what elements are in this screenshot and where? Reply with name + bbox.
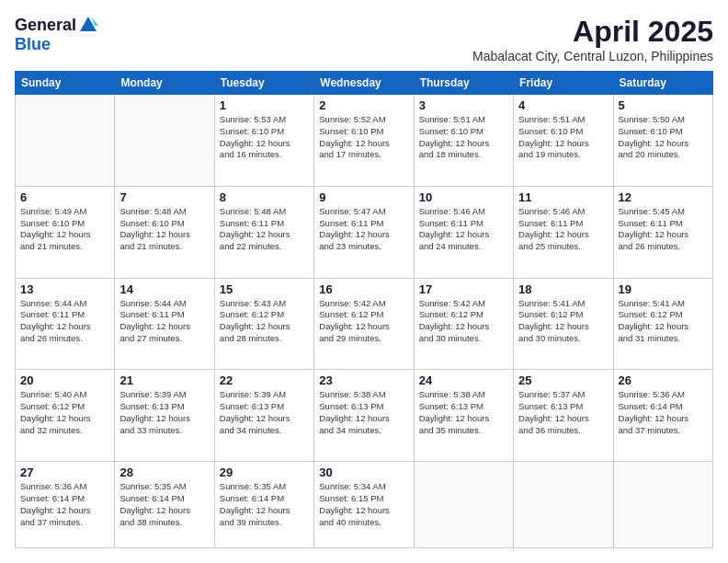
day-info: Sunrise: 5:39 AM Sunset: 6:13 PM Dayligh… bbox=[220, 389, 309, 436]
day-number: 1 bbox=[220, 98, 309, 112]
title-area: April 2025 Mabalacat City, Central Luzon… bbox=[472, 15, 713, 63]
day-info: Sunrise: 5:50 AM Sunset: 6:10 PM Dayligh… bbox=[619, 114, 708, 161]
table-row: 12Sunrise: 5:45 AM Sunset: 6:11 PM Dayli… bbox=[613, 186, 712, 278]
day-info: Sunrise: 5:42 AM Sunset: 6:12 PM Dayligh… bbox=[319, 298, 408, 345]
day-number: 7 bbox=[119, 190, 209, 204]
day-info: Sunrise: 5:51 AM Sunset: 6:10 PM Dayligh… bbox=[419, 114, 508, 161]
day-info: Sunrise: 5:38 AM Sunset: 6:13 PM Dayligh… bbox=[419, 389, 508, 436]
header-thursday: Thursday bbox=[414, 72, 513, 95]
table-row: 25Sunrise: 5:37 AM Sunset: 6:13 PM Dayli… bbox=[514, 370, 613, 462]
page: General Blue April 2025 Mabalacat City, … bbox=[0, 0, 728, 563]
day-info: Sunrise: 5:49 AM Sunset: 6:10 PM Dayligh… bbox=[20, 206, 109, 253]
table-row: 22Sunrise: 5:39 AM Sunset: 6:13 PM Dayli… bbox=[214, 370, 313, 462]
logo: General Blue bbox=[15, 15, 98, 54]
logo-blue-text: Blue bbox=[15, 35, 51, 53]
day-number: 18 bbox=[518, 282, 608, 296]
table-row: 19Sunrise: 5:41 AM Sunset: 6:12 PM Dayli… bbox=[613, 278, 712, 370]
day-number: 30 bbox=[319, 465, 408, 479]
day-number: 25 bbox=[518, 373, 608, 387]
table-row bbox=[16, 95, 115, 187]
header: General Blue April 2025 Mabalacat City, … bbox=[15, 15, 713, 63]
table-row: 23Sunrise: 5:38 AM Sunset: 6:13 PM Dayli… bbox=[314, 370, 414, 462]
day-info: Sunrise: 5:41 AM Sunset: 6:12 PM Dayligh… bbox=[518, 298, 608, 345]
day-info: Sunrise: 5:42 AM Sunset: 6:12 PM Dayligh… bbox=[419, 298, 508, 345]
table-row: 6Sunrise: 5:49 AM Sunset: 6:10 PM Daylig… bbox=[16, 186, 115, 278]
table-row: 8Sunrise: 5:48 AM Sunset: 6:11 PM Daylig… bbox=[214, 186, 313, 278]
logo-general-text: General bbox=[15, 16, 76, 35]
day-info: Sunrise: 5:40 AM Sunset: 6:12 PM Dayligh… bbox=[20, 389, 109, 436]
header-tuesday: Tuesday bbox=[214, 72, 313, 95]
day-info: Sunrise: 5:41 AM Sunset: 6:12 PM Dayligh… bbox=[619, 298, 708, 345]
day-info: Sunrise: 5:46 AM Sunset: 6:11 PM Dayligh… bbox=[419, 206, 508, 253]
day-info: Sunrise: 5:38 AM Sunset: 6:13 PM Dayligh… bbox=[319, 389, 408, 436]
calendar-week-row: 13Sunrise: 5:44 AM Sunset: 6:11 PM Dayli… bbox=[16, 278, 713, 370]
day-number: 28 bbox=[119, 465, 209, 479]
day-number: 6 bbox=[20, 190, 109, 204]
weekday-header-row: Sunday Monday Tuesday Wednesday Thursday… bbox=[16, 72, 713, 95]
day-info: Sunrise: 5:34 AM Sunset: 6:15 PM Dayligh… bbox=[319, 481, 408, 528]
day-number: 13 bbox=[20, 282, 109, 296]
day-info: Sunrise: 5:35 AM Sunset: 6:14 PM Dayligh… bbox=[119, 481, 209, 528]
day-number: 12 bbox=[619, 190, 708, 204]
table-row bbox=[613, 462, 712, 548]
table-row: 18Sunrise: 5:41 AM Sunset: 6:12 PM Dayli… bbox=[514, 278, 613, 370]
table-row: 27Sunrise: 5:36 AM Sunset: 6:14 PM Dayli… bbox=[16, 462, 115, 548]
table-row: 24Sunrise: 5:38 AM Sunset: 6:13 PM Dayli… bbox=[414, 370, 513, 462]
day-info: Sunrise: 5:48 AM Sunset: 6:11 PM Dayligh… bbox=[220, 206, 309, 253]
day-number: 9 bbox=[319, 190, 408, 204]
day-number: 8 bbox=[220, 190, 309, 204]
day-number: 23 bbox=[319, 373, 408, 387]
day-number: 15 bbox=[220, 282, 309, 296]
calendar-week-row: 6Sunrise: 5:49 AM Sunset: 6:10 PM Daylig… bbox=[16, 186, 713, 278]
day-info: Sunrise: 5:45 AM Sunset: 6:11 PM Dayligh… bbox=[619, 206, 708, 253]
day-number: 26 bbox=[619, 373, 708, 387]
table-row: 3Sunrise: 5:51 AM Sunset: 6:10 PM Daylig… bbox=[414, 95, 513, 187]
day-number: 19 bbox=[619, 282, 708, 296]
day-info: Sunrise: 5:43 AM Sunset: 6:12 PM Dayligh… bbox=[220, 298, 309, 345]
day-info: Sunrise: 5:44 AM Sunset: 6:11 PM Dayligh… bbox=[119, 298, 209, 345]
header-monday: Monday bbox=[115, 72, 214, 95]
day-info: Sunrise: 5:35 AM Sunset: 6:14 PM Dayligh… bbox=[220, 481, 309, 528]
day-number: 10 bbox=[419, 190, 508, 204]
day-info: Sunrise: 5:53 AM Sunset: 6:10 PM Dayligh… bbox=[220, 114, 309, 161]
day-number: 27 bbox=[20, 465, 109, 479]
day-number: 2 bbox=[319, 98, 408, 112]
day-number: 24 bbox=[419, 373, 508, 387]
day-number: 4 bbox=[518, 98, 608, 112]
day-number: 11 bbox=[518, 190, 608, 204]
location-subtitle: Mabalacat City, Central Luzon, Philippin… bbox=[472, 49, 713, 63]
day-info: Sunrise: 5:47 AM Sunset: 6:11 PM Dayligh… bbox=[319, 206, 408, 253]
day-info: Sunrise: 5:51 AM Sunset: 6:10 PM Dayligh… bbox=[518, 114, 608, 161]
table-row: 14Sunrise: 5:44 AM Sunset: 6:11 PM Dayli… bbox=[115, 278, 214, 370]
table-row: 21Sunrise: 5:39 AM Sunset: 6:13 PM Dayli… bbox=[115, 370, 214, 462]
day-info: Sunrise: 5:37 AM Sunset: 6:13 PM Dayligh… bbox=[518, 389, 608, 436]
table-row: 20Sunrise: 5:40 AM Sunset: 6:12 PM Dayli… bbox=[16, 370, 115, 462]
day-number: 16 bbox=[319, 282, 408, 296]
day-number: 5 bbox=[619, 98, 708, 112]
day-info: Sunrise: 5:36 AM Sunset: 6:14 PM Dayligh… bbox=[619, 389, 708, 436]
calendar-week-row: 27Sunrise: 5:36 AM Sunset: 6:14 PM Dayli… bbox=[16, 462, 713, 548]
day-number: 22 bbox=[220, 373, 309, 387]
header-friday: Friday bbox=[514, 72, 613, 95]
table-row: 26Sunrise: 5:36 AM Sunset: 6:14 PM Dayli… bbox=[613, 370, 712, 462]
table-row: 9Sunrise: 5:47 AM Sunset: 6:11 PM Daylig… bbox=[314, 186, 414, 278]
table-row: 5Sunrise: 5:50 AM Sunset: 6:10 PM Daylig… bbox=[613, 95, 712, 187]
header-wednesday: Wednesday bbox=[314, 72, 414, 95]
day-number: 20 bbox=[20, 373, 109, 387]
table-row: 13Sunrise: 5:44 AM Sunset: 6:11 PM Dayli… bbox=[16, 278, 115, 370]
day-number: 21 bbox=[119, 373, 209, 387]
day-number: 3 bbox=[419, 98, 508, 112]
table-row: 17Sunrise: 5:42 AM Sunset: 6:12 PM Dayli… bbox=[414, 278, 513, 370]
table-row: 7Sunrise: 5:48 AM Sunset: 6:10 PM Daylig… bbox=[115, 186, 214, 278]
day-number: 29 bbox=[220, 465, 309, 479]
table-row: 29Sunrise: 5:35 AM Sunset: 6:14 PM Dayli… bbox=[214, 462, 313, 548]
table-row: 30Sunrise: 5:34 AM Sunset: 6:15 PM Dayli… bbox=[314, 462, 414, 548]
calendar-week-row: 1Sunrise: 5:53 AM Sunset: 6:10 PM Daylig… bbox=[16, 95, 713, 187]
calendar-table: Sunday Monday Tuesday Wednesday Thursday… bbox=[15, 71, 713, 548]
table-row: 2Sunrise: 5:52 AM Sunset: 6:10 PM Daylig… bbox=[314, 95, 414, 187]
logo-icon bbox=[78, 15, 98, 35]
day-info: Sunrise: 5:52 AM Sunset: 6:10 PM Dayligh… bbox=[319, 114, 408, 161]
table-row: 1Sunrise: 5:53 AM Sunset: 6:10 PM Daylig… bbox=[214, 95, 313, 187]
table-row: 16Sunrise: 5:42 AM Sunset: 6:12 PM Dayli… bbox=[314, 278, 414, 370]
table-row: 4Sunrise: 5:51 AM Sunset: 6:10 PM Daylig… bbox=[514, 95, 613, 187]
